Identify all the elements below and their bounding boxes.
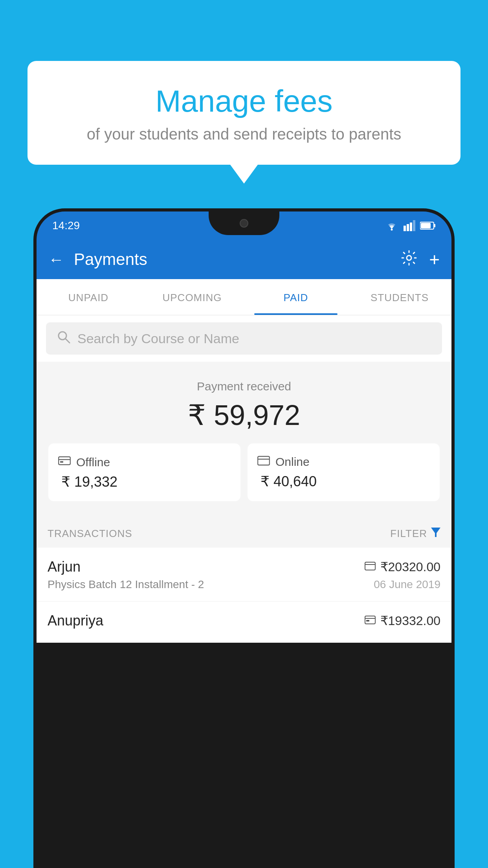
search-placeholder: Search by Course or Name	[77, 331, 239, 346]
svg-rect-17	[365, 562, 375, 570]
table-row[interactable]: Anupriya ₹19332.00	[37, 601, 451, 643]
back-button[interactable]: ←	[48, 251, 64, 268]
svg-rect-6	[434, 224, 435, 227]
transaction-name-2: Anupriya	[48, 612, 103, 629]
transaction-bottom-1: Physics Batch 12 Installment - 2 06 June…	[48, 578, 440, 591]
tab-upcoming[interactable]: UPCOMING	[140, 279, 244, 315]
svg-rect-7	[421, 223, 431, 228]
battery-icon	[420, 221, 436, 230]
camera-dot	[240, 219, 248, 228]
transaction-date-1: 06 June 2019	[374, 578, 440, 591]
payment-cards: Offline ₹ 19,332	[48, 443, 440, 501]
online-card-header: Online	[257, 455, 430, 469]
offline-payment-icon-2	[365, 615, 376, 627]
phone-frame: 14:29	[33, 208, 455, 868]
filter-button[interactable]: FILTER	[390, 528, 440, 540]
offline-icon	[58, 455, 71, 469]
phone-notch	[209, 211, 279, 235]
bubble-title: Manage fees	[47, 85, 441, 118]
offline-card-header: Offline	[58, 455, 231, 469]
transaction-amount-1: ₹20320.00	[380, 559, 440, 574]
payment-label: Payment received	[48, 380, 440, 393]
transaction-name-1: Arjun	[48, 559, 81, 575]
svg-rect-4	[413, 220, 415, 231]
add-button[interactable]: +	[429, 249, 440, 270]
online-type: Online	[275, 455, 310, 469]
svg-rect-21	[366, 620, 369, 622]
app-header: ← Payments +	[37, 240, 451, 279]
svg-rect-14	[258, 456, 270, 465]
app-content: Search by Course or Name Payment receive…	[37, 315, 451, 643]
svg-line-10	[66, 339, 70, 343]
svg-rect-3	[410, 223, 412, 231]
page-title: Payments	[74, 250, 391, 269]
speech-bubble: Manage fees of your students and send re…	[28, 61, 460, 165]
tabs-bar: UNPAID UPCOMING PAID STUDENTS	[37, 279, 451, 315]
transaction-amount-wrapper-1: ₹20320.00	[365, 559, 440, 574]
transaction-top-2: Anupriya ₹19332.00	[48, 612, 440, 629]
status-time: 14:29	[52, 219, 80, 232]
svg-rect-13	[60, 461, 63, 463]
payment-received-section: Payment received ₹ 59,972	[37, 364, 451, 515]
offline-type: Offline	[76, 456, 110, 469]
online-payment-icon-1	[365, 561, 376, 573]
search-bar[interactable]: Search by Course or Name	[46, 322, 442, 355]
svg-point-8	[407, 256, 411, 260]
wifi-icon	[385, 220, 399, 231]
svg-marker-16	[431, 528, 440, 537]
online-card: Online ₹ 40,640	[248, 443, 440, 501]
transaction-amount-2: ₹19332.00	[380, 613, 440, 628]
filter-label: FILTER	[390, 528, 427, 540]
tab-students[interactable]: STUDENTS	[348, 279, 451, 315]
svg-point-0	[391, 229, 393, 231]
tab-unpaid[interactable]: UNPAID	[37, 279, 140, 315]
offline-amount: ₹ 19,332	[58, 474, 231, 490]
online-amount: ₹ 40,640	[257, 473, 430, 490]
filter-icon	[431, 528, 440, 540]
online-icon	[257, 455, 270, 469]
svg-rect-11	[59, 457, 70, 465]
transactions-label: TRANSACTIONS	[48, 528, 132, 540]
search-icon	[57, 330, 70, 347]
search-bar-container: Search by Course or Name	[37, 315, 451, 362]
background: Manage fees of your students and send re…	[0, 0, 488, 868]
settings-icon[interactable]	[401, 250, 417, 270]
header-icons: +	[401, 249, 440, 270]
status-bar: 14:29	[37, 211, 451, 240]
tab-paid[interactable]: PAID	[244, 279, 348, 315]
svg-rect-19	[365, 616, 375, 624]
speech-bubble-container: Manage fees of your students and send re…	[28, 61, 460, 165]
transaction-amount-wrapper-2: ₹19332.00	[365, 613, 440, 628]
signal-icon	[404, 220, 415, 231]
offline-card: Offline ₹ 19,332	[48, 443, 240, 501]
transactions-header: TRANSACTIONS FILTER	[37, 518, 451, 548]
svg-rect-1	[404, 226, 406, 231]
transaction-course-1: Physics Batch 12 Installment - 2	[48, 578, 204, 591]
transaction-top-1: Arjun ₹20320.00	[48, 559, 440, 575]
table-row[interactable]: Arjun ₹20320.00 Physics Batch 12 Install…	[37, 548, 451, 601]
status-icons	[385, 220, 436, 231]
svg-rect-2	[407, 224, 409, 231]
payment-amount: ₹ 59,972	[48, 399, 440, 432]
bubble-subtitle: of your students and send receipts to pa…	[47, 125, 441, 143]
